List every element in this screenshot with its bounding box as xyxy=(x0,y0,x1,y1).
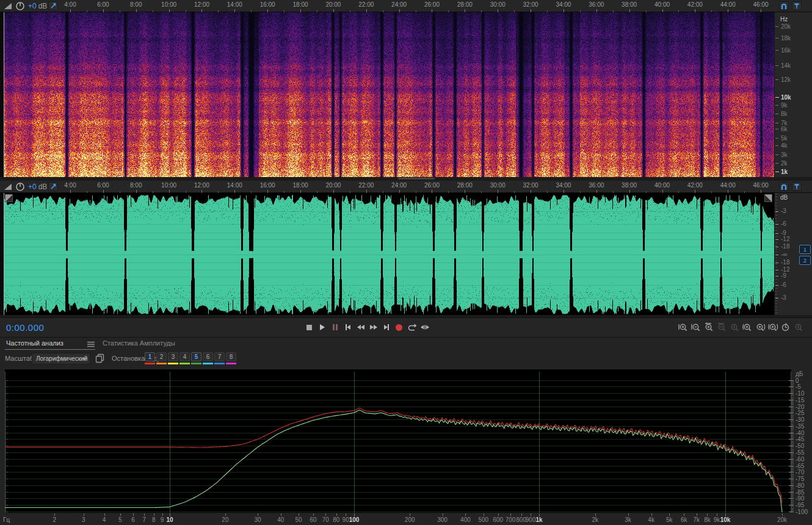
zoom-out-time-button[interactable] xyxy=(689,321,702,333)
frequency-tick-label: 1k xyxy=(781,168,788,175)
time-label: 36:00 xyxy=(589,1,604,8)
restore-default-zoom-button[interactable] xyxy=(779,321,792,333)
pushpin-icon[interactable] xyxy=(792,182,802,191)
hold-frame-button-7[interactable]: 7 xyxy=(214,352,225,361)
hold-frame-color-bar xyxy=(168,363,178,364)
record-button[interactable] xyxy=(393,321,405,333)
frequency-tick xyxy=(707,513,708,516)
time-label: 4:00 xyxy=(64,182,76,189)
db-tick-label: -60 xyxy=(796,456,804,463)
frequency-scale[interactable]: Hz 20k18k16k14k12k10k9k8k7k6k5k4k3k2k1k xyxy=(774,12,812,177)
tab-frequency-analysis[interactable]: Частотный анализ xyxy=(6,339,63,347)
zoom-amplitude-button[interactable] xyxy=(728,321,741,333)
playhead[interactable] xyxy=(4,12,4,177)
amplitude-scale[interactable]: dB 1 2 -3-6-9-12-18-∞-18-12-9-6-3 xyxy=(774,193,812,315)
hold-frame-3[interactable]: 3 xyxy=(168,352,179,364)
db-tick-label: 0 xyxy=(796,377,799,384)
hold-frame-7[interactable]: 7 xyxy=(214,352,226,364)
hold-frame-2[interactable]: 2 xyxy=(156,352,168,364)
hold-frame-button-4[interactable]: 4 xyxy=(179,352,190,361)
time-label: 26:00 xyxy=(424,1,440,8)
time-label: 18:00 xyxy=(293,182,308,189)
scale-dropdown[interactable]: Логарифмический xyxy=(32,353,90,364)
skip-to-start-button[interactable] xyxy=(341,321,354,333)
frequency-tick xyxy=(595,513,596,516)
frequency-tick-label: 7k xyxy=(693,516,700,523)
frequency-tick-label: 4k xyxy=(648,516,654,523)
frequency-tick-label: 30 xyxy=(255,516,261,523)
zoom-in-at-in-point-button[interactable] xyxy=(741,321,753,333)
hz-axis-title: Гц xyxy=(3,516,10,523)
timeline-ruler[interactable]: 4:006:008:0010:0012:0014:0016:0018:0020:… xyxy=(0,0,772,12)
time-display[interactable]: 0:00.000 xyxy=(6,322,44,333)
analysis-controls: Масштаб: Логарифмический Остановка кадра… xyxy=(0,352,812,369)
pushpin-icon[interactable] xyxy=(792,1,802,10)
hold-frame-button-2[interactable]: 2 xyxy=(156,352,167,361)
skip-to-end-button[interactable] xyxy=(380,321,393,333)
waveform-display[interactable] xyxy=(4,193,774,315)
tab-amplitude-statistics[interactable]: Статистика Амплитуды xyxy=(103,339,175,347)
hold-frame-button-8[interactable]: 8 xyxy=(226,352,236,361)
time-label: 40:00 xyxy=(654,182,670,189)
amplitude-tick-label: -9 xyxy=(781,230,786,236)
fast-forward-button[interactable] xyxy=(367,321,380,333)
amplitude-tick-label: -3 xyxy=(781,294,786,301)
hold-frame-color-bar xyxy=(191,363,201,364)
skip-selection-button[interactable] xyxy=(418,321,431,333)
fade-in-handle[interactable] xyxy=(5,194,13,202)
hold-frame-button-5[interactable]: 5 xyxy=(191,352,201,361)
spectrogram-display[interactable] xyxy=(4,12,774,177)
frequency-tick-label: 12k xyxy=(781,76,791,83)
frequency-tick xyxy=(325,513,326,516)
time-label: 10:00 xyxy=(161,1,176,8)
hold-frame-4[interactable]: 4 xyxy=(179,352,191,364)
zoom-out-full-button[interactable] xyxy=(715,321,728,333)
frequency-tick-label: 4k xyxy=(781,142,788,149)
channel-1-badge[interactable]: 1 xyxy=(799,245,811,254)
time-label: 40:00 xyxy=(654,1,670,8)
time-label: 8:00 xyxy=(130,182,142,189)
rewind-button[interactable] xyxy=(354,321,367,333)
hold-frame-1[interactable]: 1 xyxy=(145,352,156,364)
db-tick-label: -35 xyxy=(796,423,804,430)
channel-2-badge[interactable]: 2 xyxy=(799,256,811,265)
amplitude-scale-title: dB xyxy=(780,194,788,201)
time-label: 46:00 xyxy=(753,1,769,8)
hold-frame-button-6[interactable]: 6 xyxy=(203,352,213,361)
panel-menu-icon[interactable] xyxy=(87,341,95,347)
time-label: 24:00 xyxy=(391,1,407,8)
play-button[interactable] xyxy=(316,321,328,333)
db-tick-label: -20 xyxy=(796,404,804,410)
loop-playback-button[interactable] xyxy=(405,321,418,333)
time-label: 8:00 xyxy=(130,1,142,8)
frequency-tick xyxy=(144,513,145,516)
time-label: 22:00 xyxy=(358,1,374,8)
fade-out-handle[interactable] xyxy=(764,194,772,202)
frequency-tick-label: 100 xyxy=(349,516,360,523)
playhead[interactable] xyxy=(4,193,4,315)
time-label: 28:00 xyxy=(457,1,473,8)
copy-frames-button[interactable] xyxy=(95,353,105,363)
zoom-in-full-button[interactable] xyxy=(702,321,715,333)
hold-frame-5[interactable]: 5 xyxy=(191,352,203,364)
magnet-icon[interactable] xyxy=(779,182,789,191)
zoom-in-at-out-point-button[interactable] xyxy=(753,321,766,333)
frequency-tick-label: 2 xyxy=(53,516,56,523)
magnet-icon[interactable] xyxy=(779,1,789,10)
zoom-in-time-button[interactable] xyxy=(676,321,689,333)
stop-button[interactable] xyxy=(303,321,316,333)
zoom-tool-button[interactable] xyxy=(792,321,805,333)
timeline-ruler[interactable]: 4:006:008:0010:0012:0014:0016:0018:0020:… xyxy=(0,181,772,193)
time-label: 16:00 xyxy=(260,1,275,8)
hold-frame-button-3[interactable]: 3 xyxy=(168,352,178,361)
frequency-tick xyxy=(133,513,134,516)
hold-frame-button-1[interactable]: 1 xyxy=(145,352,155,361)
zoom-to-selection-button[interactable] xyxy=(766,321,779,333)
pause-button[interactable] xyxy=(328,321,341,333)
hold-frame-6[interactable]: 6 xyxy=(203,352,214,364)
frequency-tick xyxy=(104,513,105,516)
hold-frame-8[interactable]: 8 xyxy=(226,352,237,364)
frequency-tick xyxy=(313,513,314,516)
time-label: 44:00 xyxy=(720,1,736,8)
splitter-handle[interactable] xyxy=(398,178,435,179)
